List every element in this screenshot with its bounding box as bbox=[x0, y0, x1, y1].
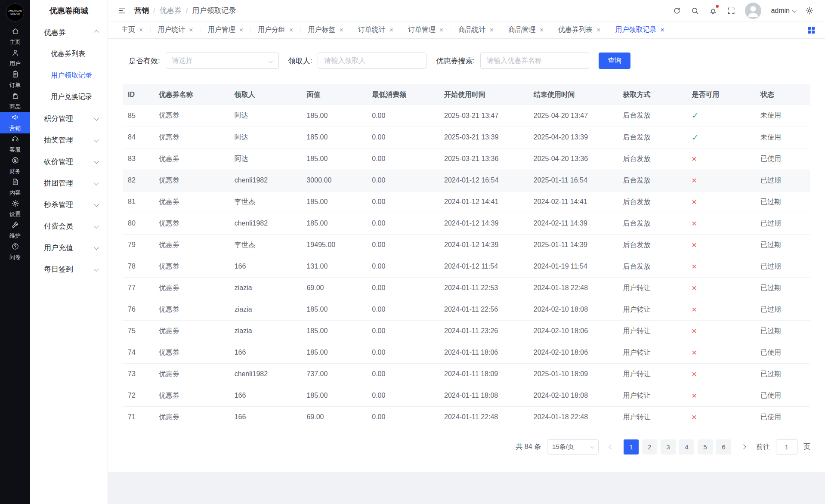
sidebar-item-优惠券列表[interactable]: 优惠券列表 bbox=[30, 43, 108, 65]
sidebar-group-拼团管理[interactable]: 拼团管理 bbox=[30, 172, 108, 194]
tab-用户管理[interactable]: 用户管理 × bbox=[201, 22, 250, 38]
sidebar-group-label: 付费会员 bbox=[44, 221, 73, 231]
table-row-80[interactable]: 80优惠券chenli1982185.000.002024-01-12 14:3… bbox=[123, 213, 810, 234]
prev-page-button[interactable] bbox=[605, 439, 618, 455]
rail-item-财务[interactable]: 财务 bbox=[0, 155, 30, 176]
rail-item-营销[interactable]: 营销 bbox=[0, 112, 30, 133]
tab-close-icon[interactable]: × bbox=[439, 27, 443, 34]
sidebar-item-用户兑换记录[interactable]: 用户兑换记录 bbox=[30, 86, 108, 108]
tab-close-icon[interactable]: × bbox=[339, 27, 343, 34]
refresh-icon[interactable] bbox=[673, 6, 681, 15]
page-button-1[interactable]: 1 bbox=[624, 439, 639, 455]
tab-close-icon[interactable]: × bbox=[596, 27, 600, 34]
cell: 0.00 bbox=[367, 127, 439, 148]
rail-item-用户[interactable]: 用户 bbox=[0, 47, 30, 69]
sidebar-item-用户领取记录[interactable]: 用户领取记录 bbox=[30, 65, 108, 86]
tab-优惠券列表[interactable]: 优惠券列表 × bbox=[551, 22, 608, 38]
cell: 李世杰 bbox=[229, 191, 302, 213]
goto-page-input[interactable] bbox=[776, 439, 797, 455]
rail-item-维护[interactable]: 维护 bbox=[0, 220, 30, 241]
sidebar-group-label: 拼团管理 bbox=[44, 178, 73, 188]
table-row-72[interactable]: 72优惠券166185.000.002024-01-11 18:082024-0… bbox=[123, 385, 810, 406]
chevron-up-icon bbox=[94, 30, 99, 34]
tab-用户标签[interactable]: 用户标签 × bbox=[300, 22, 350, 38]
search-icon[interactable] bbox=[691, 6, 699, 15]
tab-close-icon[interactable]: × bbox=[389, 27, 393, 34]
status-cell: 已过期 bbox=[755, 363, 810, 385]
tab-close-icon[interactable]: × bbox=[189, 27, 193, 34]
tab-label: 商品统计 bbox=[458, 25, 485, 34]
sidebar-group-每日签到[interactable]: 每日签到 bbox=[30, 258, 108, 280]
page-button-4[interactable]: 4 bbox=[679, 439, 694, 455]
page-button-6[interactable]: 6 bbox=[716, 439, 731, 455]
coupon-search-input[interactable] bbox=[480, 53, 589, 69]
user-menu[interactable]: admin bbox=[771, 7, 796, 15]
sidebar-group-砍价管理[interactable]: 砍价管理 bbox=[30, 151, 108, 172]
rail-item-主页[interactable]: 主页 bbox=[0, 26, 30, 47]
tab-商品统计[interactable]: 商品统计 × bbox=[451, 22, 501, 38]
cell: 185.00 bbox=[301, 320, 367, 342]
avatar[interactable] bbox=[745, 3, 761, 19]
next-page-button[interactable] bbox=[737, 439, 750, 455]
table-row-83[interactable]: 83优惠券阿达185.000.002025-03-21 13:362025-04… bbox=[123, 148, 810, 170]
breadcrumb-item-优惠券[interactable]: 优惠券 bbox=[160, 6, 182, 15]
rail-item-内容[interactable]: 内容 bbox=[0, 176, 30, 198]
valid-select[interactable]: 请选择 bbox=[166, 53, 279, 69]
tab-用户统计[interactable]: 用户统计 × bbox=[150, 22, 200, 38]
table-row-74[interactable]: 74优惠券166185.000.002024-01-11 18:062024-0… bbox=[123, 342, 810, 363]
rail-item-设置[interactable]: 设置 bbox=[0, 198, 30, 220]
fullscreen-icon[interactable] bbox=[727, 6, 735, 15]
rail-item-客服[interactable]: 客服 bbox=[0, 133, 30, 155]
notification-bell-icon[interactable] bbox=[709, 6, 717, 15]
table-row-85[interactable]: 85优惠券阿达185.000.002025-03-21 13:472025-04… bbox=[123, 105, 810, 127]
sidebar-group-优惠券[interactable]: 优惠券 bbox=[30, 22, 108, 43]
tab-商品管理[interactable]: 商品管理 × bbox=[501, 22, 551, 38]
cell: 80 bbox=[123, 213, 154, 234]
table-row-75[interactable]: 75优惠券ziazia185.000.002024-01-11 23:26202… bbox=[123, 320, 810, 342]
rail-item-订单[interactable]: 订单 bbox=[0, 69, 30, 90]
breadcrumb-item-营销[interactable]: 营销 bbox=[134, 6, 149, 15]
tab-用户分组[interactable]: 用户分组 × bbox=[250, 22, 300, 38]
table-row-73[interactable]: 73优惠券chenli1982737.000.002024-01-11 18:0… bbox=[123, 363, 810, 385]
cell: 3000.00 bbox=[301, 170, 367, 191]
cell: 优惠券 bbox=[154, 148, 229, 170]
rail-item-商品[interactable]: 商品 bbox=[0, 90, 30, 112]
tab-close-icon[interactable]: × bbox=[489, 27, 493, 34]
table-row-71[interactable]: 71优惠券16669.000.002024-01-11 22:482024-01… bbox=[123, 406, 810, 428]
table-row-79[interactable]: 79优惠券李世杰19495.000.002024-01-12 14:392025… bbox=[123, 234, 810, 256]
tab-close-icon[interactable]: × bbox=[139, 27, 143, 34]
table-row-76[interactable]: 76优惠券ziazia185.000.002024-01-11 22:56202… bbox=[123, 299, 810, 320]
column-header-ID: ID bbox=[123, 84, 154, 105]
page-button-3[interactable]: 3 bbox=[661, 439, 676, 455]
page-size-select[interactable]: 15条/页 bbox=[547, 439, 599, 455]
tab-订单统计[interactable]: 订单统计 × bbox=[351, 22, 401, 38]
table-row-77[interactable]: 77优惠券ziazia69.000.002024-01-11 22:532024… bbox=[123, 277, 810, 299]
layout-grid-icon[interactable] bbox=[808, 27, 815, 34]
menu-collapse-icon[interactable] bbox=[117, 6, 127, 15]
sidebar-group-用户充值[interactable]: 用户充值 bbox=[30, 237, 108, 258]
sidebar-group-抽奖管理[interactable]: 抽奖管理 bbox=[30, 129, 108, 151]
cell: 0.00 bbox=[367, 170, 439, 191]
tab-用户领取记录[interactable]: 用户领取记录 × bbox=[608, 22, 671, 38]
sidebar-group-付费会员[interactable]: 付费会员 bbox=[30, 215, 108, 237]
table-row-81[interactable]: 81优惠券李世杰185.000.002024-01-12 14:412024-0… bbox=[123, 191, 810, 213]
settings-gear-icon[interactable] bbox=[805, 6, 814, 15]
table-row-78[interactable]: 78优惠券166131.000.002024-01-12 11:542024-0… bbox=[123, 256, 810, 277]
content-panel: 是否有效: 请选择 领取人: 优惠券搜索: 查询 ID优惠券名称领取人面值 bbox=[108, 39, 825, 472]
rail-item-问卷[interactable]: 问卷 bbox=[0, 241, 30, 263]
sidebar-group-秒杀管理[interactable]: 秒杀管理 bbox=[30, 194, 108, 215]
table-row-84[interactable]: 84优惠券阿达185.000.002025-03-21 13:392025-04… bbox=[123, 127, 810, 148]
cell: 131.00 bbox=[301, 256, 367, 277]
tab-close-icon[interactable]: × bbox=[289, 27, 293, 34]
tab-close-icon[interactable]: × bbox=[660, 27, 664, 34]
table-row-82[interactable]: 82优惠券chenli19823000.000.002024-01-12 16:… bbox=[123, 170, 810, 191]
search-button[interactable]: 查询 bbox=[599, 53, 630, 69]
tab-订单管理[interactable]: 订单管理 × bbox=[401, 22, 451, 38]
sidebar-group-积分管理[interactable]: 积分管理 bbox=[30, 108, 108, 129]
tab-close-icon[interactable]: × bbox=[239, 27, 243, 34]
page-button-2[interactable]: 2 bbox=[642, 439, 657, 455]
page-button-5[interactable]: 5 bbox=[698, 439, 713, 455]
receiver-input[interactable] bbox=[318, 53, 426, 69]
tab-close-icon[interactable]: × bbox=[540, 27, 544, 34]
tab-主页[interactable]: 主页 × bbox=[114, 22, 150, 38]
